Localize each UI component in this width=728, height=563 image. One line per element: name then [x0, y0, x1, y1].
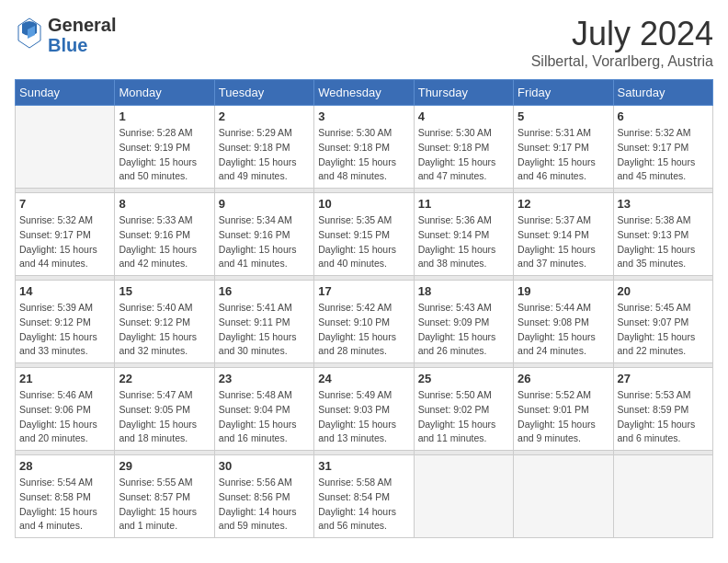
day-info: Sunrise: 5:56 AM Sunset: 8:56 PM Dayligh…: [219, 476, 310, 534]
day-number: 12: [518, 197, 609, 211]
title-section: July 2024 Silbertal, Vorarlberg, Austria: [531, 15, 713, 70]
calendar-day-cell: 13Sunrise: 5:38 AM Sunset: 9:13 PM Dayli…: [613, 193, 712, 276]
calendar-day-cell: 3Sunrise: 5:30 AM Sunset: 9:18 PM Daylig…: [314, 106, 414, 189]
day-info: Sunrise: 5:58 AM Sunset: 8:54 PM Dayligh…: [318, 476, 409, 534]
day-number: 3: [318, 109, 409, 123]
calendar-week-row: 21Sunrise: 5:46 AM Sunset: 9:06 PM Dayli…: [16, 368, 713, 451]
day-number: 31: [318, 459, 409, 473]
weekday-header-wednesday: Wednesday: [314, 80, 414, 106]
day-number: 7: [19, 197, 110, 211]
day-number: 6: [618, 109, 709, 123]
day-info: Sunrise: 5:41 AM Sunset: 9:11 PM Dayligh…: [219, 301, 310, 359]
logo-icon: [15, 17, 44, 53]
calendar-day-cell: 4Sunrise: 5:30 AM Sunset: 9:18 PM Daylig…: [414, 106, 513, 189]
calendar-day-cell: 15Sunrise: 5:40 AM Sunset: 9:12 PM Dayli…: [115, 281, 214, 363]
weekday-header-tuesday: Tuesday: [214, 80, 313, 106]
day-info: Sunrise: 5:32 AM Sunset: 9:17 PM Dayligh…: [19, 213, 110, 271]
calendar-week-row: 28Sunrise: 5:54 AM Sunset: 8:58 PM Dayli…: [16, 455, 713, 538]
day-info: Sunrise: 5:43 AM Sunset: 9:09 PM Dayligh…: [418, 301, 509, 359]
calendar-day-cell: [613, 455, 712, 538]
weekday-header-monday: Monday: [115, 80, 214, 106]
day-info: Sunrise: 5:28 AM Sunset: 9:19 PM Dayligh…: [119, 126, 210, 184]
calendar-day-cell: 24Sunrise: 5:49 AM Sunset: 9:03 PM Dayli…: [314, 368, 414, 451]
day-number: 23: [219, 372, 310, 385]
calendar-day-cell: 28Sunrise: 5:54 AM Sunset: 8:58 PM Dayli…: [16, 455, 115, 538]
day-info: Sunrise: 5:47 AM Sunset: 9:05 PM Dayligh…: [119, 388, 210, 446]
calendar-day-cell: 6Sunrise: 5:32 AM Sunset: 9:17 PM Daylig…: [613, 106, 712, 189]
calendar-day-cell: 30Sunrise: 5:56 AM Sunset: 8:56 PM Dayli…: [214, 455, 313, 538]
day-number: 4: [418, 109, 509, 123]
day-info: Sunrise: 5:36 AM Sunset: 9:14 PM Dayligh…: [418, 213, 509, 271]
day-number: 30: [219, 459, 310, 473]
day-number: 18: [418, 284, 509, 298]
weekday-header-sunday: Sunday: [16, 80, 115, 106]
calendar-day-cell: 2Sunrise: 5:29 AM Sunset: 9:18 PM Daylig…: [214, 106, 313, 189]
weekday-header-friday: Friday: [514, 80, 613, 106]
logo-text: General Blue: [48, 15, 116, 55]
calendar-day-cell: 21Sunrise: 5:46 AM Sunset: 9:06 PM Dayli…: [16, 368, 115, 451]
calendar-table: SundayMondayTuesdayWednesdayThursdayFrid…: [15, 79, 713, 538]
day-info: Sunrise: 5:40 AM Sunset: 9:12 PM Dayligh…: [119, 301, 210, 359]
day-number: 21: [19, 372, 110, 385]
day-info: Sunrise: 5:48 AM Sunset: 9:04 PM Dayligh…: [219, 388, 310, 446]
calendar-day-cell: 20Sunrise: 5:45 AM Sunset: 9:07 PM Dayli…: [613, 281, 712, 363]
day-number: 15: [119, 284, 210, 298]
day-info: Sunrise: 5:34 AM Sunset: 9:16 PM Dayligh…: [219, 213, 310, 271]
day-number: 25: [418, 372, 509, 385]
calendar-day-cell: 26Sunrise: 5:52 AM Sunset: 9:01 PM Dayli…: [514, 368, 613, 451]
calendar-day-cell: [414, 455, 513, 538]
day-number: 24: [318, 372, 409, 385]
calendar-day-cell: 9Sunrise: 5:34 AM Sunset: 9:16 PM Daylig…: [214, 193, 313, 276]
day-number: 17: [318, 284, 409, 298]
day-info: Sunrise: 5:52 AM Sunset: 9:01 PM Dayligh…: [518, 388, 609, 446]
day-info: Sunrise: 5:30 AM Sunset: 9:18 PM Dayligh…: [418, 126, 509, 184]
calendar-day-cell: 14Sunrise: 5:39 AM Sunset: 9:12 PM Dayli…: [16, 281, 115, 363]
day-info: Sunrise: 5:31 AM Sunset: 9:17 PM Dayligh…: [518, 126, 609, 184]
calendar-day-cell: 23Sunrise: 5:48 AM Sunset: 9:04 PM Dayli…: [214, 368, 313, 451]
calendar-day-cell: 7Sunrise: 5:32 AM Sunset: 9:17 PM Daylig…: [16, 193, 115, 276]
day-info: Sunrise: 5:50 AM Sunset: 9:02 PM Dayligh…: [418, 388, 509, 446]
day-number: 26: [518, 372, 609, 385]
day-number: 19: [518, 284, 609, 298]
day-number: 14: [19, 284, 110, 298]
calendar-day-cell: 18Sunrise: 5:43 AM Sunset: 9:09 PM Dayli…: [414, 281, 513, 363]
weekday-header-thursday: Thursday: [414, 80, 513, 106]
day-number: 11: [418, 197, 509, 211]
calendar-day-cell: 11Sunrise: 5:36 AM Sunset: 9:14 PM Dayli…: [414, 193, 513, 276]
day-info: Sunrise: 5:35 AM Sunset: 9:15 PM Dayligh…: [318, 213, 409, 271]
calendar-week-row: 1Sunrise: 5:28 AM Sunset: 9:19 PM Daylig…: [16, 106, 713, 189]
weekday-header-row: SundayMondayTuesdayWednesdayThursdayFrid…: [16, 80, 713, 106]
day-info: Sunrise: 5:46 AM Sunset: 9:06 PM Dayligh…: [19, 388, 110, 446]
day-info: Sunrise: 5:53 AM Sunset: 8:59 PM Dayligh…: [618, 388, 709, 446]
day-number: 10: [318, 197, 409, 211]
day-info: Sunrise: 5:39 AM Sunset: 9:12 PM Dayligh…: [19, 301, 110, 359]
day-info: Sunrise: 5:37 AM Sunset: 9:14 PM Dayligh…: [518, 213, 609, 271]
day-info: Sunrise: 5:55 AM Sunset: 8:57 PM Dayligh…: [119, 476, 210, 534]
day-number: 2: [219, 109, 310, 123]
day-info: Sunrise: 5:42 AM Sunset: 9:10 PM Dayligh…: [318, 301, 409, 359]
day-number: 9: [219, 197, 310, 211]
day-number: 27: [618, 372, 709, 385]
month-year-title: July 2024: [531, 15, 713, 53]
day-number: 29: [119, 459, 210, 473]
calendar-day-cell: 25Sunrise: 5:50 AM Sunset: 9:02 PM Dayli…: [414, 368, 513, 451]
calendar-day-cell: 10Sunrise: 5:35 AM Sunset: 9:15 PM Dayli…: [314, 193, 414, 276]
calendar-day-cell: 5Sunrise: 5:31 AM Sunset: 9:17 PM Daylig…: [514, 106, 613, 189]
day-info: Sunrise: 5:54 AM Sunset: 8:58 PM Dayligh…: [19, 476, 110, 534]
day-number: 28: [19, 459, 110, 473]
calendar-day-cell: 8Sunrise: 5:33 AM Sunset: 9:16 PM Daylig…: [115, 193, 214, 276]
day-number: 20: [618, 284, 709, 298]
calendar-day-cell: 19Sunrise: 5:44 AM Sunset: 9:08 PM Dayli…: [514, 281, 613, 363]
calendar-day-cell: 12Sunrise: 5:37 AM Sunset: 9:14 PM Dayli…: [514, 193, 613, 276]
calendar-day-cell: 31Sunrise: 5:58 AM Sunset: 8:54 PM Dayli…: [314, 455, 414, 538]
day-number: 1: [119, 109, 210, 123]
day-info: Sunrise: 5:45 AM Sunset: 9:07 PM Dayligh…: [618, 301, 709, 359]
calendar-day-cell: [16, 106, 115, 189]
day-number: 16: [219, 284, 310, 298]
calendar-day-cell: 27Sunrise: 5:53 AM Sunset: 8:59 PM Dayli…: [613, 368, 712, 451]
day-info: Sunrise: 5:38 AM Sunset: 9:13 PM Dayligh…: [618, 213, 709, 271]
calendar-day-cell: 22Sunrise: 5:47 AM Sunset: 9:05 PM Dayli…: [115, 368, 214, 451]
calendar-day-cell: [514, 455, 613, 538]
day-number: 22: [119, 372, 210, 385]
calendar-day-cell: 16Sunrise: 5:41 AM Sunset: 9:11 PM Dayli…: [214, 281, 313, 363]
